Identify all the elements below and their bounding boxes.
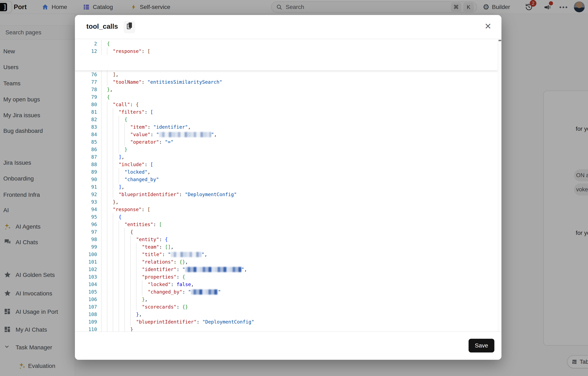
- code-line-92: 92"blueprintIdentifier": "DeploymentConf…: [75, 191, 495, 198]
- line-number: 78: [81, 86, 97, 93]
- code-line-107: 107"scorecards": {}: [75, 303, 495, 311]
- code-line-96: 96"entities": [: [75, 221, 495, 228]
- line-number: 99: [81, 243, 97, 251]
- code-line-78: 78},: [75, 86, 495, 93]
- code-line-101: 101"relations": {},: [75, 258, 495, 266]
- line-number: 102: [81, 266, 97, 273]
- code-line-86: 86}: [75, 146, 495, 153]
- code-line-103: 103"properties": {: [75, 273, 495, 281]
- code-line-108: 108},: [75, 311, 495, 318]
- line-number: 79: [81, 93, 97, 101]
- code-line-95: 95{: [75, 213, 495, 221]
- line-number: 108: [81, 311, 97, 318]
- redacted-value: [191, 290, 218, 295]
- code-line-84: 84"value": "",: [75, 131, 495, 138]
- line-number: 88: [81, 161, 97, 168]
- line-number: 92: [81, 191, 97, 198]
- redacted-value: [185, 267, 241, 272]
- line-number: 104: [81, 281, 97, 288]
- line-number: 87: [81, 153, 97, 161]
- code-line-106: 106},: [75, 296, 495, 303]
- code-line-97: 97{: [75, 228, 495, 236]
- code-line-81: 81"filters": [: [75, 108, 495, 116]
- tool-calls-modal: tool_calls ✕ 2{12"response": [ 76],77"to…: [75, 15, 502, 360]
- line-number: 76: [81, 71, 97, 78]
- line-number: 95: [81, 213, 97, 221]
- code-line-90: 90"changed_by": [75, 176, 495, 183]
- line-number: 2: [81, 40, 97, 47]
- line-number: 81: [81, 108, 97, 116]
- code-line-100: 100"title": "",: [75, 251, 495, 258]
- code-line-99: 99"team": [],: [75, 243, 495, 251]
- line-number: 109: [81, 318, 97, 326]
- line-number: 86: [81, 146, 97, 153]
- code-line-109: 109"blueprintIdentifier": "DeploymentCon…: [75, 318, 495, 326]
- code-line-104: 104"locked": false,: [75, 281, 495, 288]
- code-line-83: 83"item": "identifier",: [75, 123, 495, 131]
- line-number: 83: [81, 123, 97, 131]
- copy-button[interactable]: [124, 21, 135, 33]
- line-number: 94: [81, 206, 97, 213]
- modal-header: tool_calls ✕: [75, 15, 502, 39]
- sticky-context-lines: 2{12"response": [: [75, 40, 498, 70]
- line-number: 107: [81, 303, 97, 311]
- code-line-87: 87],: [75, 153, 495, 161]
- redacted-value: [171, 252, 202, 257]
- code-line-91: 91],: [75, 183, 495, 191]
- code-line-79: 79{: [75, 93, 495, 101]
- line-number: 90: [81, 176, 97, 183]
- code-line-82: 82{: [75, 116, 495, 123]
- line-number: 82: [81, 116, 97, 123]
- scrollbar-thumb[interactable]: [499, 40, 501, 41]
- modal-footer: Save: [75, 332, 502, 360]
- line-number: 98: [81, 236, 97, 243]
- line-number: 89: [81, 168, 97, 176]
- line-number: 12: [81, 47, 97, 55]
- line-number: 101: [81, 258, 97, 266]
- code-line-93: 93},: [75, 198, 495, 206]
- line-number: 96: [81, 221, 97, 228]
- line-number: 80: [81, 101, 97, 108]
- code-line-89: 89"locked",: [75, 168, 495, 176]
- code-line-76: 76],: [75, 71, 495, 78]
- redacted-value: [159, 132, 211, 137]
- code-line-98: 98"entity": {: [75, 236, 495, 243]
- line-number: 106: [81, 296, 97, 303]
- line-number: 110: [81, 326, 97, 332]
- code-line-110: 110}: [75, 326, 495, 332]
- modal-title: tool_calls: [86, 22, 118, 30]
- code-line-94: 94"response": [: [75, 206, 495, 213]
- editor-scrollbar[interactable]: [498, 40, 501, 332]
- json-editor[interactable]: 2{12"response": [ 76],77"toolName": "ent…: [75, 40, 502, 332]
- line-number: 105: [81, 288, 97, 296]
- line-number: 84: [81, 131, 97, 138]
- code-line-12: 12"response": [: [75, 47, 495, 55]
- close-icon[interactable]: ✕: [484, 22, 492, 30]
- line-number: 85: [81, 138, 97, 146]
- line-number: 97: [81, 228, 97, 236]
- code-line-88: 88"include": [: [75, 161, 495, 168]
- code-line-85: 85"operator": "=": [75, 138, 495, 146]
- code-line-102: 102"identifier": "",: [75, 266, 495, 273]
- line-number: 103: [81, 273, 97, 281]
- line-number: 100: [81, 251, 97, 258]
- save-button[interactable]: Save: [469, 339, 494, 353]
- screen: ] Port HomeCatalogSelf-service Search ⌘ …: [0, 0, 588, 376]
- code-line-2: 2{: [75, 40, 495, 47]
- line-number: 93: [81, 198, 97, 206]
- line-number: 77: [81, 78, 97, 86]
- line-number: 91: [81, 183, 97, 191]
- copy-icon: [127, 24, 131, 29]
- code-line-105: 105"changed_by": "": [75, 288, 495, 296]
- code-line-77: 77"toolName": "entitiesSimilaritySearch": [75, 78, 495, 86]
- code-line-80: 80"call": {: [75, 101, 495, 108]
